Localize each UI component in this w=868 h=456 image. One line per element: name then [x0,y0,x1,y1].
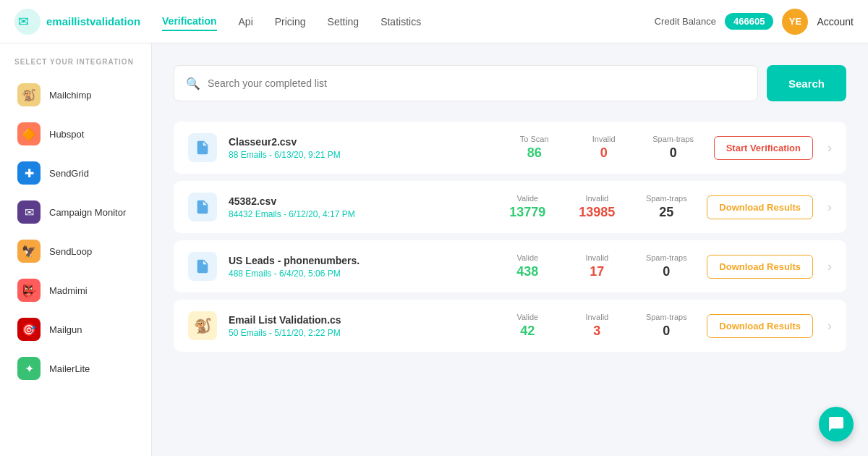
sidebar-item-label: Hubspot [49,129,84,140]
file-meta: 84432 Emails - 6/12/20, 4:17 PM [229,209,487,219]
list-container: Classeur2.csv 88 Emails - 6/13/20, 9:21 … [174,122,846,352]
file-icon [188,193,217,221]
list-item: US Leads - phonenumbers. 488 Emails - 6/… [174,240,846,292]
file-meta: 50 Emails - 5/11/20, 2:22 PM [229,328,487,338]
mailgun-icon: 🎯 [17,318,41,341]
file-info: US Leads - phonenumbers. 488 Emails - 6/… [229,255,487,279]
stat-valide: Valide 438 [498,253,556,279]
sidebar-item-hubspot[interactable]: 🔶 Hubspot [6,115,145,153]
stat-spamtraps: Spam-traps 0 [644,135,702,161]
file-info: Classeur2.csv 88 Emails - 6/13/20, 9:21 … [229,136,494,160]
stat-spamtraps: Spam-traps 0 [637,313,695,339]
list-item: 🐒 Email List Validation.cs 50 Emails - 5… [174,300,846,352]
list-item: 45382.csv 84432 Emails - 6/12/20, 4:17 P… [174,181,846,233]
sidebar-item-label: SendGrid [49,168,89,179]
main-content: 🔍 Search Classeur2.csv 88 Emails - 6/13/… [152,43,868,456]
sidebar-item-label: MailerLite [49,363,90,374]
stat-invalid: Invalid 3 [568,313,626,339]
account-label[interactable]: Account [817,16,854,28]
sidebar-item-sendgrid[interactable]: ✚ SendGrid [6,154,145,192]
sendgrid-icon: ✚ [17,161,41,185]
logo[interactable]: ✉ emaillistvalidation [14,9,140,35]
credit-balance-value: 466605 [725,13,773,30]
search-bar: 🔍 Search [174,65,846,101]
file-name: 45382.csv [229,195,487,207]
sidebar-item-mailerlite[interactable]: ✦ MailerLite [6,350,145,387]
madmimi-icon: 👺 [17,279,41,302]
header-right: Credit Balance 466605 YE Account [655,9,854,35]
sidebar-item-campaign-monitor[interactable]: ✉ Campaign Monitor [6,193,145,231]
sendloop-icon: 🦅 [17,240,41,263]
search-input-wrap: 🔍 [174,65,758,101]
sidebar-item-label: Campaign Monitor [49,207,126,218]
chat-button[interactable] [819,407,854,442]
file-icon: 🐒 [188,311,217,340]
file-name: Email List Validation.cs [229,314,487,326]
nav-item-pricing[interactable]: Pricing [275,13,306,30]
download-results-button[interactable]: Download Results [707,314,813,338]
layout: SELECT YOUR INTEGRATION 🐒 Mailchimp 🔶 Hu… [0,43,868,456]
stat-invalid: Invalid 13985 [568,194,626,220]
chevron-right-icon[interactable]: › [827,318,832,334]
file-meta: 88 Emails - 6/13/20, 9:21 PM [229,150,494,160]
stat-valide: Valide 13779 [498,194,556,220]
file-name: US Leads - phonenumbers. [229,255,487,266]
chevron-right-icon[interactable]: › [827,140,832,156]
campaign-monitor-icon: ✉ [17,200,41,224]
download-results-button[interactable]: Download Results [707,195,813,219]
main-nav: Verification Api Pricing Setting Statist… [162,12,655,31]
svg-text:✉: ✉ [18,14,29,29]
stat-valide: Valide 42 [498,313,556,339]
stat-spamtraps: Spam-traps 0 [637,253,695,279]
chevron-right-icon[interactable]: › [827,200,832,215]
chevron-right-icon[interactable]: › [827,259,832,274]
nav-item-statistics[interactable]: Statistics [380,13,421,30]
stat-invalid: Invalid 17 [568,253,626,279]
mailerlite-icon: ✦ [17,357,41,380]
logo-text: emaillistvalidation [46,15,140,28]
stat-invalid: Invalid 0 [575,135,633,161]
nav-item-verification[interactable]: Verification [162,12,216,31]
header: ✉ emaillistvalidation Verification Api P… [0,0,868,43]
avatar[interactable]: YE [782,9,808,35]
download-results-button[interactable]: Download Results [707,255,813,279]
file-icon [188,133,217,162]
start-verification-button[interactable]: Start Verification [714,136,813,160]
nav-item-setting[interactable]: Setting [328,13,359,30]
sidebar: SELECT YOUR INTEGRATION 🐒 Mailchimp 🔶 Hu… [0,43,152,456]
nav-item-api[interactable]: Api [239,13,253,30]
sidebar-item-mailchimp[interactable]: 🐒 Mailchimp [6,76,145,114]
file-meta: 488 Emails - 6/4/20, 5:06 PM [229,269,487,279]
sidebar-item-label: Mailgun [49,324,82,335]
list-item: Classeur2.csv 88 Emails - 6/13/20, 9:21 … [174,122,846,174]
mailchimp-icon: 🐒 [17,83,41,106]
sidebar-item-label: Mailchimp [49,90,92,101]
sidebar-item-label: Madmimi [49,285,88,296]
stat-toscan: To Scan 86 [506,135,563,161]
sidebar-section-label: SELECT YOUR INTEGRATION [0,58,151,75]
sidebar-item-mailgun[interactable]: 🎯 Mailgun [6,311,145,348]
hubspot-icon: 🔶 [17,122,41,145]
stat-spamtraps: Spam-traps 25 [637,194,695,220]
sidebar-item-sendloop[interactable]: 🦅 SendLoop [6,232,145,270]
file-icon [188,252,217,281]
search-icon: 🔍 [186,77,200,90]
search-button[interactable]: Search [767,65,846,101]
search-input[interactable] [208,77,746,89]
file-info: 45382.csv 84432 Emails - 6/12/20, 4:17 P… [229,195,487,219]
sidebar-item-label: SendLoop [49,246,92,257]
logo-icon: ✉ [14,9,41,35]
sidebar-item-madmimi[interactable]: 👺 Madmimi [6,271,145,309]
credit-balance-label: Credit Balance [655,16,716,27]
file-name: Classeur2.csv [229,136,494,148]
file-info: Email List Validation.cs 50 Emails - 5/1… [229,314,487,338]
